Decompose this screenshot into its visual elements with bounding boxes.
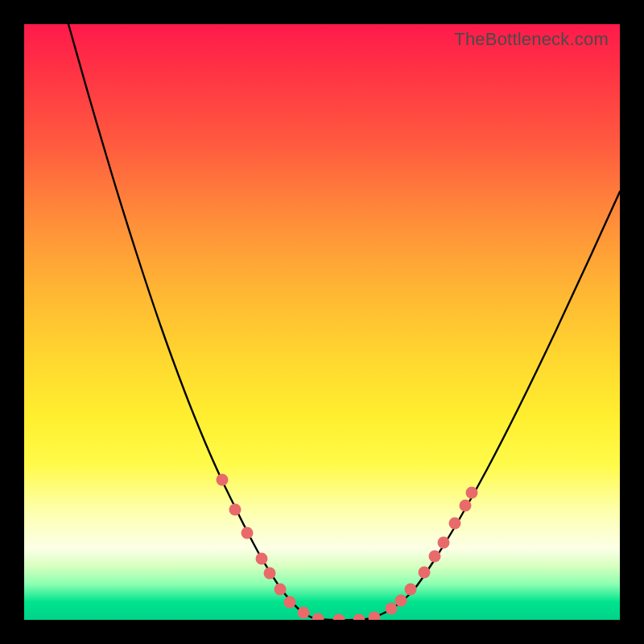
marker-dot [229, 504, 242, 516]
bottleneck-curve-path [68, 24, 620, 620]
marker-dot [419, 567, 431, 579]
marker-dot [275, 584, 287, 596]
marker-dot [256, 553, 268, 565]
marker-dot [429, 551, 441, 563]
marker-dot [312, 613, 324, 621]
marker-dot [298, 607, 310, 619]
marker-dot [284, 597, 296, 609]
marker-dot [217, 474, 229, 486]
marker-dot [386, 603, 398, 615]
marker-dot [395, 595, 407, 607]
marker-dot [333, 614, 345, 621]
marker-dot [353, 614, 365, 621]
marker-dot [449, 518, 461, 530]
marker-dot [242, 527, 254, 539]
marker-dot [466, 487, 478, 499]
marker-dot [460, 500, 472, 512]
marker-dot [405, 584, 417, 596]
plot-area: TheBottleneck.com [24, 24, 620, 620]
chart-frame: TheBottleneck.com [0, 0, 644, 644]
marker-dot [264, 568, 276, 580]
marker-dot [438, 537, 450, 549]
curve-layer [24, 24, 620, 620]
marker-dot [369, 612, 381, 621]
